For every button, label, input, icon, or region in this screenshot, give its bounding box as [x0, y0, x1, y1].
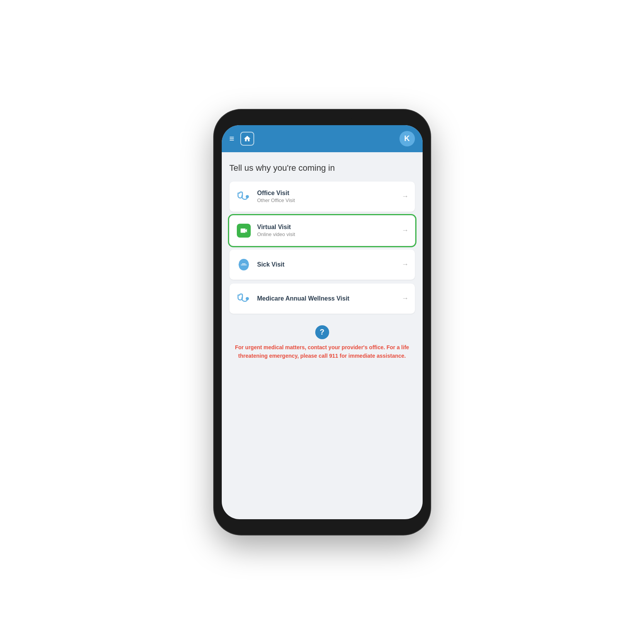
question-icon: ? [315, 325, 329, 339]
office-visit-title: Office Visit [257, 190, 402, 197]
office-visit-text: Office Visit Other Office Visit [257, 190, 402, 203]
header-left: ≡ [229, 132, 255, 146]
video-chat-icon [236, 223, 252, 239]
sick-visit-title: Sick Visit [257, 261, 402, 268]
medicare-visit-card[interactable]: Medicare Annual Wellness Visit → [229, 284, 415, 314]
page-title: Tell us why you're coming in [229, 163, 415, 173]
home-button[interactable] [240, 132, 254, 146]
hamburger-icon[interactable]: ≡ [229, 134, 234, 144]
office-visit-subtitle: Other Office Visit [257, 197, 402, 203]
mask-icon [236, 257, 252, 273]
main-content: Tell us why you're coming in Office Visi… [222, 152, 423, 519]
app-header: ≡ K [222, 125, 423, 152]
medicare-visit-chevron: → [402, 294, 409, 302]
medicare-stethoscope-icon [236, 291, 252, 307]
sick-visit-text: Sick Visit [257, 261, 402, 268]
office-visit-chevron: → [402, 192, 409, 201]
scene: ≡ K Tell us why you're coming in [0, 0, 644, 644]
phone-screen: ≡ K Tell us why you're coming in [222, 125, 423, 519]
svg-point-1 [246, 297, 248, 300]
sick-visit-chevron: → [402, 260, 409, 268]
emergency-section: ? For urgent medical matters, contact yo… [229, 318, 415, 368]
virtual-visit-card[interactable]: Virtual Visit Online video visit → [229, 216, 415, 246]
stethoscope-icon [236, 189, 252, 205]
home-icon [243, 135, 251, 143]
phone-notch [291, 110, 353, 122]
svg-point-0 [246, 195, 248, 198]
virtual-visit-subtitle: Online video visit [257, 231, 402, 237]
emergency-message: For urgent medical matters, contact your… [233, 343, 411, 360]
phone-shell: ≡ K Tell us why you're coming in [214, 110, 430, 535]
virtual-visit-chevron: → [402, 226, 409, 234]
office-visit-card[interactable]: Office Visit Other Office Visit → [229, 182, 415, 212]
user-avatar[interactable]: K [399, 131, 415, 146]
medicare-visit-text: Medicare Annual Wellness Visit [257, 295, 402, 302]
sick-visit-card[interactable]: Sick Visit → [229, 250, 415, 280]
virtual-visit-title: Virtual Visit [257, 224, 402, 231]
medicare-visit-title: Medicare Annual Wellness Visit [257, 295, 402, 302]
virtual-visit-text: Virtual Visit Online video visit [257, 224, 402, 237]
